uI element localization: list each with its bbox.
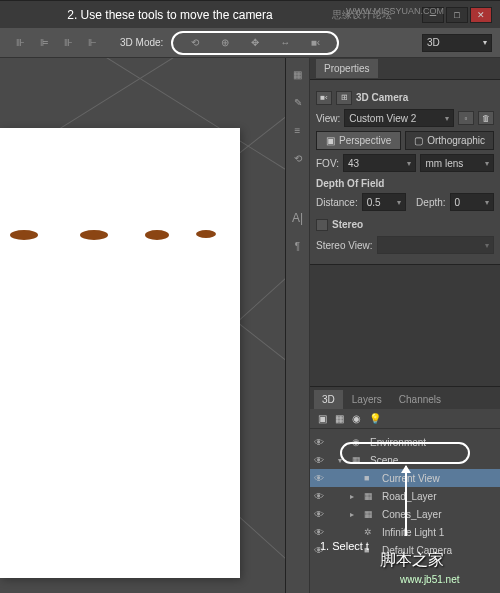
stereo-checkbox[interactable]: [316, 219, 328, 231]
fov-unit-select[interactable]: mm lens: [420, 154, 494, 172]
filter-light-icon[interactable]: 💡: [369, 413, 381, 424]
perspective-button[interactable]: ▣Perspective: [316, 131, 401, 150]
tree-item[interactable]: 👁▸▦Cones_Layer: [310, 505, 500, 523]
tree-item[interactable]: 👁■Current View: [310, 469, 500, 487]
brush-icon[interactable]: ✎: [288, 94, 308, 110]
view-delete-icon[interactable]: 🗑: [478, 111, 494, 125]
tab-channels[interactable]: Channels: [391, 390, 449, 409]
history-icon[interactable]: ⟲: [288, 150, 308, 166]
tree-item[interactable]: 👁◉Environment: [310, 433, 500, 451]
watermark-url: www.jb51.net: [400, 574, 459, 585]
instruction-bottom: 1. Select t: [320, 540, 369, 552]
view-select[interactable]: Custom View 2: [344, 109, 454, 127]
view-save-icon[interactable]: ▫: [458, 111, 474, 125]
depth-input[interactable]: 0: [450, 193, 494, 211]
slide-icon[interactable]: ↔: [275, 35, 295, 51]
tree-item[interactable]: 👁▸▦Road_Layer: [310, 487, 500, 505]
camera-icon: ■‹: [316, 91, 332, 105]
depth-label: Depth:: [416, 197, 445, 208]
lower-panel-tabs: 3D Layers Channels: [310, 387, 500, 409]
tree-item[interactable]: 👁✲Infinite Light 1: [310, 523, 500, 541]
maximize-button[interactable]: □: [446, 7, 468, 23]
layers-icon[interactable]: ≡: [288, 122, 308, 138]
tab-layers[interactable]: Layers: [344, 390, 390, 409]
tab-3d[interactable]: 3D: [314, 390, 343, 409]
align-right-icon[interactable]: ⊪: [58, 35, 78, 51]
filter-material-icon[interactable]: ◉: [352, 413, 361, 424]
camera-tools-ring: ⟲ ⊕ ✥ ↔ ■‹: [171, 31, 339, 55]
swatches-icon[interactable]: ▦: [288, 66, 308, 82]
canvas[interactable]: [0, 58, 286, 593]
roll-icon[interactable]: ⊕: [215, 35, 235, 51]
properties-tab[interactable]: Properties: [316, 59, 378, 78]
distance-label: Distance:: [316, 197, 358, 208]
fov-input[interactable]: 43: [343, 154, 417, 172]
align-left-icon[interactable]: ⊪: [10, 35, 30, 51]
type-icon[interactable]: A|: [288, 210, 308, 226]
fov-label: FOV:: [316, 158, 339, 169]
watermark-url-top: WWW.MISSYUAN.COM: [346, 6, 444, 16]
cone-4: [196, 230, 216, 238]
watermark-main: 脚本之家: [380, 550, 444, 571]
filter-scene-icon[interactable]: ▣: [318, 413, 327, 424]
3d-plane: [0, 128, 240, 578]
instruction-text: 2. Use these tools to move the camera: [8, 8, 332, 22]
3d-dropdown[interactable]: 3D: [422, 34, 492, 52]
cone-2: [80, 230, 108, 240]
close-button[interactable]: ✕: [470, 7, 492, 23]
zoom-icon[interactable]: ■‹: [305, 35, 325, 51]
pan-icon[interactable]: ✥: [245, 35, 265, 51]
view-label: View:: [316, 113, 340, 124]
stereo-view-label: Stereo View:: [316, 240, 373, 251]
panel-title: 3D Camera: [356, 92, 408, 103]
paragraph-icon[interactable]: ¶: [288, 238, 308, 254]
mode-label: 3D Mode:: [120, 37, 163, 48]
stereo-label: Stereo: [332, 219, 363, 230]
distribute-icon[interactable]: ⊩: [82, 35, 102, 51]
dof-header: Depth Of Field: [316, 178, 494, 189]
cone-1: [10, 230, 38, 240]
tree-item[interactable]: 👁▾▦Scene: [310, 451, 500, 469]
filter-mesh-icon[interactable]: ▦: [335, 413, 344, 424]
stereo-view-select[interactable]: [377, 236, 494, 254]
coords-icon[interactable]: ⊞: [336, 91, 352, 105]
vertical-toolbar: ▦ ✎ ≡ ⟲ A| ¶: [286, 58, 310, 593]
orbit-icon[interactable]: ⟲: [185, 35, 205, 51]
orthographic-button[interactable]: ▢Orthographic: [405, 131, 494, 150]
distance-input[interactable]: 0.5: [362, 193, 406, 211]
cone-3: [145, 230, 169, 240]
align-center-icon[interactable]: ⊫: [34, 35, 54, 51]
